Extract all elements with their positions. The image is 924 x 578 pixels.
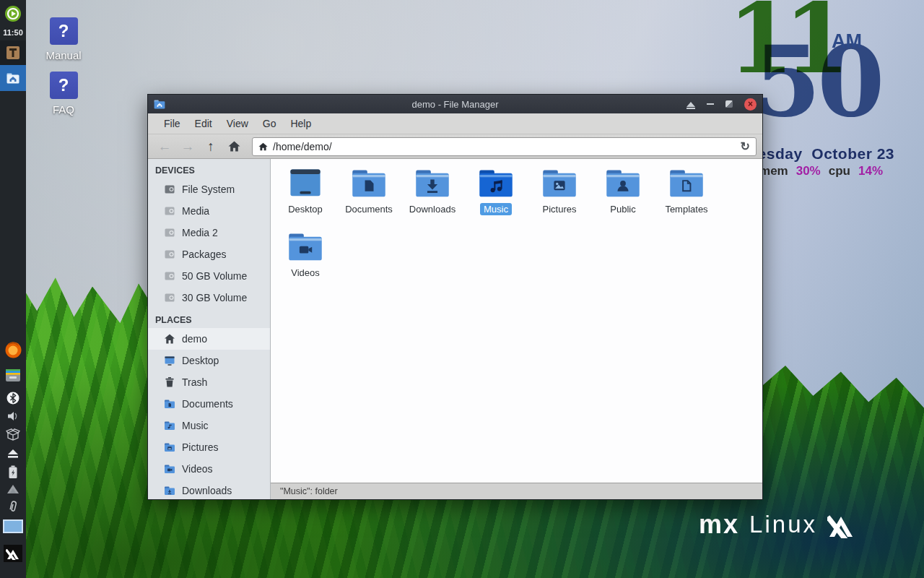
sidebar-item-label: Pictures (182, 441, 219, 453)
sidebar-item-packages[interactable]: Packages (148, 243, 270, 265)
brand-linux: Linux (749, 511, 817, 538)
sidebar-item-media[interactable]: Media (148, 200, 270, 222)
conky-ampm: AM (832, 30, 862, 53)
folder-documents-icon (350, 168, 388, 201)
sidebar-item-label: Music (182, 420, 209, 431)
menu-help[interactable]: Help (284, 115, 318, 132)
up-button[interactable]: ↑ (200, 137, 222, 156)
file-documents[interactable]: Documents (337, 166, 401, 230)
forward-button[interactable]: → (177, 137, 199, 156)
menu-view[interactable]: View (220, 115, 255, 132)
taskbar-bluetooth[interactable] (0, 390, 26, 406)
folder-music-icon-selected (477, 168, 515, 201)
file-music[interactable]: Music (464, 166, 528, 230)
bluetooth-icon (6, 392, 19, 405)
menu-go[interactable]: Go (256, 115, 283, 132)
taskbar-button-file-manager[interactable] (0, 65, 26, 91)
sidebar-item-desktop[interactable]: Desktop (148, 350, 270, 371)
sidebar-item-media-2[interactable]: Media 2 (148, 222, 270, 243)
sidebar-item-50gb-volume[interactable]: 50 GB Volume (148, 265, 270, 287)
desktop-icon-manual[interactable]: ? Manual (24, 17, 103, 61)
desktop-icon (164, 355, 175, 366)
sidebar-item-videos[interactable]: Videos (148, 458, 270, 480)
file-public[interactable]: Public (591, 166, 655, 230)
taskbar-battery[interactable] (0, 464, 26, 480)
app-menu-button[interactable] (0, 4, 26, 23)
path-bar[interactable]: /home/demo/ ↻ (252, 137, 757, 156)
taskbar-package-installer[interactable] (0, 366, 26, 384)
path-text[interactable]: /home/demo/ (273, 141, 736, 152)
sidebar-item-label: Videos (182, 463, 213, 475)
file-label-selected: Music (480, 203, 512, 215)
folder-videos-icon (287, 231, 324, 264)
menubar: File Edit View Go Help (148, 113, 762, 134)
panel-clock[interactable]: 11:50 (0, 27, 26, 38)
folder-videos-icon (164, 463, 175, 475)
stat-label-mem: mem (759, 164, 788, 178)
package-installer-icon (5, 367, 21, 383)
file-downloads[interactable]: Downloads (401, 166, 464, 230)
home-button[interactable] (223, 137, 245, 156)
menu-icon (4, 5, 22, 22)
file-view[interactable]: Desktop Documents (271, 159, 762, 483)
menu-edit[interactable]: Edit (188, 115, 219, 132)
folder-downloads-icon (164, 485, 175, 496)
reload-icon[interactable]: ↻ (741, 139, 750, 153)
taskbar-eject[interactable] (0, 447, 26, 461)
back-button[interactable]: ← (154, 137, 175, 156)
taskbar-button-tools[interactable] (0, 40, 26, 65)
sidebar-item-label: Desktop (182, 355, 219, 366)
sidebar-item-label: File System (182, 184, 235, 195)
menu-file[interactable]: File (157, 115, 187, 132)
file-desktop[interactable]: Desktop (274, 166, 337, 230)
sidebar-item-file-system[interactable]: File System (148, 178, 270, 200)
folder-music-icon (164, 420, 175, 431)
desktop-icon-label: Manual (24, 49, 103, 61)
maximize-button[interactable] (725, 100, 733, 108)
sidebar-header-places: PLACES (148, 309, 270, 328)
firefox-icon (5, 342, 22, 358)
stat-label-cpu: cpu (829, 164, 850, 178)
sidebar-item-30gb-volume[interactable]: 30 GB Volume (148, 287, 270, 309)
home-icon (164, 333, 175, 345)
workspace-pager[interactable] (0, 517, 26, 535)
sidebar-item-downloads[interactable]: Downloads (148, 480, 270, 499)
window-title: demo - File Manager (148, 99, 762, 110)
drive-icon (164, 292, 175, 303)
desktop-icon-faq[interactable]: ? FAQ (24, 72, 103, 116)
file-templates[interactable]: Templates (655, 166, 718, 230)
panel-mx-logo[interactable] (0, 543, 26, 564)
wifi-icon (6, 484, 19, 494)
box-icon (6, 428, 20, 442)
toolbar: ← → ↑ /home/demo/ ↻ (148, 134, 762, 159)
sidebar-item-trash[interactable]: Trash (148, 371, 270, 393)
folder-downloads-icon (414, 168, 451, 201)
taskbar-volume[interactable] (0, 408, 26, 424)
drive-icon (164, 205, 175, 217)
taskbar-wifi[interactable] (0, 483, 26, 496)
taskbar-firefox[interactable] (0, 340, 26, 359)
close-button[interactable]: × (744, 98, 757, 111)
file-pictures[interactable]: Pictures (528, 166, 591, 230)
file-label: Templates (661, 203, 711, 215)
drive-icon (164, 270, 175, 282)
sidebar-item-pictures[interactable]: Pictures (148, 436, 270, 458)
sidebar-item-home-demo[interactable]: demo (148, 328, 270, 350)
desktop-icon-label: FAQ (24, 103, 103, 116)
stat-value-mem: 30% (796, 164, 821, 178)
sidebar-item-label: Media 2 (182, 227, 218, 238)
taskbar-clipboard[interactable] (0, 499, 26, 516)
minimize-button[interactable] (707, 103, 714, 105)
battery-icon (8, 465, 18, 479)
sidebar-item-label: Trash (182, 376, 207, 388)
sidebar-item-documents[interactable]: Documents (148, 393, 270, 415)
titlebar[interactable]: demo - File Manager × (148, 95, 762, 113)
file-videos[interactable]: Videos (274, 230, 337, 293)
taskbar-packages-box[interactable] (0, 426, 26, 444)
sidebar-item-music[interactable]: Music (148, 415, 270, 436)
shade-button[interactable] (687, 102, 695, 107)
conky-date: nesday October 23 (748, 145, 894, 163)
sidebar-item-label: Media (182, 205, 209, 217)
sidebar-item-label: Documents (182, 398, 233, 410)
desktop-icon (287, 168, 324, 201)
